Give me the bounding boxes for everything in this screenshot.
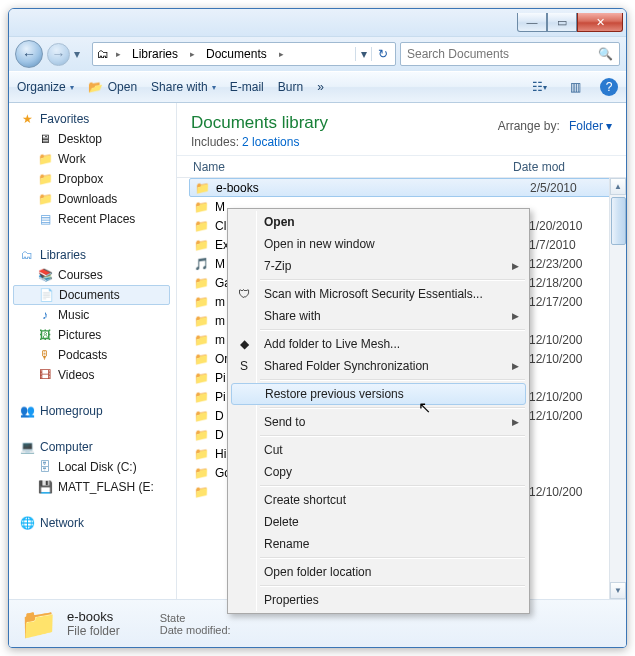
folder-icon: 📁 xyxy=(193,218,209,234)
address-end: ▾ ↻ xyxy=(355,43,393,65)
tree-flash-drive[interactable]: 💾MATT_FLASH (E: xyxy=(13,477,176,497)
tree-music[interactable]: ♪Music xyxy=(13,305,176,325)
scroll-thumb[interactable] xyxy=(611,197,626,245)
menu-item[interactable]: Rename xyxy=(230,533,527,555)
menu-item[interactable]: Create shortcut xyxy=(230,489,527,511)
menu-item-icon: ◆ xyxy=(236,336,252,352)
address-bar[interactable]: 🗂 ▸ Libraries ▸ Documents ▸ ▾ ↻ xyxy=(92,42,396,66)
breadcrumb-libraries[interactable]: Libraries xyxy=(126,43,185,65)
search-box[interactable]: Search Documents 🔍 xyxy=(400,42,620,66)
tree-recent-places[interactable]: ▤Recent Places xyxy=(13,209,176,229)
folder-icon: 📁 xyxy=(193,199,209,215)
preview-pane-button[interactable]: ▥ xyxy=(564,76,586,98)
scroll-down-button[interactable]: ▼ xyxy=(610,582,626,599)
menu-item[interactable]: 🛡Scan with Microsoft Security Essentials… xyxy=(230,283,527,305)
submenu-arrow-icon: ▶ xyxy=(512,311,519,321)
organize-button[interactable]: Organize▾ xyxy=(17,80,74,94)
file-date: 12/10/200 xyxy=(529,333,582,347)
nav-forward-button[interactable]: → xyxy=(47,43,70,66)
open-button[interactable]: 📂Open xyxy=(88,79,137,95)
star-icon: ★ xyxy=(19,111,35,127)
maximize-button[interactable]: ▭ xyxy=(547,13,577,32)
folder-icon: 📁 xyxy=(193,408,209,424)
menu-item[interactable]: ◆Add folder to Live Mesh... xyxy=(230,333,527,355)
tree-downloads[interactable]: 📁Downloads xyxy=(13,189,176,209)
context-menu: OpenOpen in new window7-Zip▶🛡Scan with M… xyxy=(227,208,530,614)
libraries-header[interactable]: 🗂Libraries xyxy=(13,245,176,265)
menu-item-label: Delete xyxy=(264,515,299,529)
share-with-button[interactable]: Share with▾ xyxy=(151,80,216,94)
file-date: 12/23/200 xyxy=(529,257,582,271)
tree-work[interactable]: 📁Work xyxy=(13,149,176,169)
menu-item-icon: 🛡 xyxy=(236,286,252,302)
submenu-arrow-icon: ▶ xyxy=(512,361,519,371)
address-root-icon: 🗂 xyxy=(95,46,111,62)
file-row[interactable]: 📁e-books2/5/2010 xyxy=(189,178,614,197)
folder-icon: 📁 xyxy=(37,191,53,207)
pictures-icon: 🖼 xyxy=(37,327,53,343)
file-date: 12/10/200 xyxy=(529,352,582,366)
nav-history-dropdown[interactable]: ▾ xyxy=(74,47,88,61)
view-grid-icon: ☷ xyxy=(532,80,543,94)
scroll-up-button[interactable]: ▲ xyxy=(610,178,626,195)
library-icon: 📚 xyxy=(37,267,53,283)
status-type: File folder xyxy=(67,624,120,638)
nav-back-button[interactable]: ← xyxy=(15,40,43,68)
menu-item[interactable]: Open xyxy=(230,211,527,233)
library-header: Documents library Includes: 2 locations … xyxy=(177,103,626,156)
menu-item[interactable]: Cut xyxy=(230,439,527,461)
menu-item[interactable]: SShared Folder Synchronization▶ xyxy=(230,355,527,377)
videos-icon: 🎞 xyxy=(37,367,53,383)
menu-item[interactable]: 7-Zip▶ xyxy=(230,255,527,277)
homegroup-group: 👥Homegroup xyxy=(13,401,176,421)
tree-dropbox[interactable]: 📁Dropbox xyxy=(13,169,176,189)
refresh-button[interactable]: ↻ xyxy=(371,47,393,61)
vertical-scrollbar[interactable]: ▲ ▼ xyxy=(609,178,626,599)
file-date: 12/18/200 xyxy=(529,276,582,290)
folder-icon: 📁 xyxy=(193,389,209,405)
minimize-button[interactable]: — xyxy=(517,13,547,32)
favorites-header[interactable]: ★Favorites xyxy=(13,109,176,129)
tree-courses[interactable]: 📚Courses xyxy=(13,265,176,285)
folder-icon: 📁 xyxy=(37,171,53,187)
menu-item[interactable]: Copy xyxy=(230,461,527,483)
tree-podcasts[interactable]: 🎙Podcasts xyxy=(13,345,176,365)
tree-videos[interactable]: 🎞Videos xyxy=(13,365,176,385)
tree-desktop[interactable]: 🖥Desktop xyxy=(13,129,176,149)
homegroup-header[interactable]: 👥Homegroup xyxy=(13,401,176,421)
col-date[interactable]: Date mod xyxy=(513,160,565,174)
menu-item[interactable]: Open folder location xyxy=(230,561,527,583)
breadcrumb-chevron-icon[interactable]: ▸ xyxy=(187,49,198,59)
toolbar-overflow-button[interactable]: » xyxy=(317,80,324,94)
menu-item[interactable]: Delete xyxy=(230,511,527,533)
address-dropdown-button[interactable]: ▾ xyxy=(355,47,371,61)
help-button[interactable]: ? xyxy=(600,78,618,96)
menu-item[interactable]: Share with▶ xyxy=(230,305,527,327)
col-name[interactable]: Name xyxy=(193,160,513,174)
arrange-by[interactable]: Arrange by: Folder ▾ xyxy=(498,119,612,133)
tree-documents[interactable]: 📄Documents xyxy=(13,285,170,305)
tree-pictures[interactable]: 🖼Pictures xyxy=(13,325,176,345)
menu-item-icon: S xyxy=(236,358,252,374)
desktop-icon: 🖥 xyxy=(37,131,53,147)
menu-item[interactable]: Properties xyxy=(230,589,527,611)
submenu-arrow-icon: ▶ xyxy=(512,417,519,427)
computer-header[interactable]: 💻Computer xyxy=(13,437,176,457)
menu-item-label: Send to xyxy=(264,415,305,429)
breadcrumb-chevron-icon[interactable]: ▸ xyxy=(113,49,124,59)
menu-item[interactable]: Open in new window xyxy=(230,233,527,255)
close-button[interactable]: ✕ xyxy=(577,13,623,32)
includes-link[interactable]: 2 locations xyxy=(242,135,299,149)
network-group: 🌐Network xyxy=(13,513,176,533)
breadcrumb-documents[interactable]: Documents xyxy=(200,43,274,65)
tree-local-disk[interactable]: 🗄Local Disk (C:) xyxy=(13,457,176,477)
file-date: 1/20/2010 xyxy=(529,219,582,233)
breadcrumb-chevron-icon[interactable]: ▸ xyxy=(276,49,287,59)
menu-item[interactable]: Restore previous versions xyxy=(231,383,526,405)
menu-item[interactable]: Send to▶ xyxy=(230,411,527,433)
folder-icon: 📁 xyxy=(193,484,209,500)
burn-button[interactable]: Burn xyxy=(278,80,303,94)
email-button[interactable]: E-mail xyxy=(230,80,264,94)
view-mode-button[interactable]: ☷▾ xyxy=(528,76,550,98)
network-header[interactable]: 🌐Network xyxy=(13,513,176,533)
